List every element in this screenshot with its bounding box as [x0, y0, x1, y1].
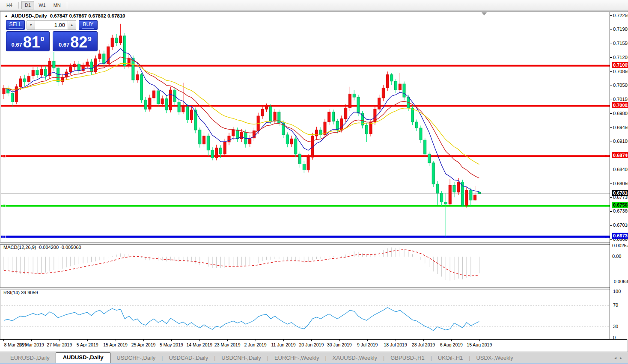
one-click-trade-panel: SELL ▼ ▲ BUY 0.67 81 0 0.67 82 9 — [6, 20, 98, 51]
timeframe-button-group: H4D1W1MN — [3, 1, 69, 9]
date-tick-mark — [396, 340, 396, 341]
date-tick-label: 11 Jun 2019 — [271, 342, 295, 347]
price-level-badge: 0.70002 — [612, 102, 628, 108]
price-level-badge: 0.68746 — [612, 152, 628, 158]
price-tick-mark — [610, 225, 612, 226]
price-tick-label: 0.71900 — [613, 27, 628, 32]
date-tick-mark — [116, 340, 116, 341]
chart-title-row: ▲ AUDUSD-,Daily 0.67847 0.67867 0.67802 … — [4, 13, 125, 18]
date-tick-mark — [311, 340, 312, 341]
symbol-tab[interactable]: USDCHF-,Daily — [110, 353, 161, 363]
sell-quote-button[interactable]: 0.67 81 0 — [6, 31, 50, 51]
symbol-collapse-icon[interactable]: ▲ — [4, 14, 8, 18]
date-tick-label: 28 Jul 2019 — [412, 342, 435, 347]
buy-button[interactable]: BUY — [79, 20, 98, 30]
price-tick-mark — [610, 44, 612, 44]
date-tick-mark — [143, 340, 144, 341]
date-tick-label: 5 May 2019 — [160, 342, 183, 347]
price-tick-label: 0.70850 — [613, 69, 628, 74]
sell-price-pip: 0 — [41, 35, 44, 42]
date-tick-label: 5 Apr 2019 — [77, 342, 98, 347]
date-tick-mark — [367, 340, 368, 341]
timeframe-button-mn[interactable]: MN — [50, 1, 64, 9]
rsi-axis-label: 30 — [613, 324, 618, 329]
price-tick-label: 0.68400 — [613, 167, 628, 172]
date-tick-label: 14 May 2019 — [186, 342, 212, 347]
rsi-axis-label: 0 — [613, 335, 616, 340]
sell-price-big: 81 — [23, 35, 40, 50]
buy-quote-button[interactable]: 0.67 82 9 — [53, 31, 98, 51]
symbol-tab[interactable]: USDCAD-,Daily — [163, 353, 214, 363]
date-tick-mark — [423, 340, 424, 341]
tab-scroll-right-icon[interactable]: ▸ — [620, 355, 625, 360]
date-tick-label: 20 Jun 2019 — [299, 342, 324, 347]
price-tick-mark — [610, 30, 612, 30]
buy-price-big: 82 — [70, 35, 87, 50]
volume-decrease-icon[interactable]: ▼ — [27, 20, 35, 30]
date-tick-mark — [60, 340, 60, 341]
macd-indicator-plot[interactable] — [1, 244, 610, 288]
chart-ohlc-values: 0.67847 0.67867 0.67802 0.67810 — [50, 13, 125, 18]
date-tick-label: 15 Apr 2019 — [103, 342, 128, 347]
price-tick-mark — [610, 142, 612, 142]
symbol-tab[interactable]: EURCHF-,Weekly — [268, 353, 325, 363]
price-axis[interactable]: 0.722500.719000.715500.712000.708500.705… — [610, 12, 628, 339]
timeframe-button-h4[interactable]: H4 — [3, 1, 16, 9]
symbol-tab[interactable]: UKOil-,H1 — [432, 353, 469, 363]
date-tick-mark — [283, 340, 284, 341]
symbol-tab[interactable]: EURUSD-,Daily — [4, 353, 56, 363]
date-tick-mark — [256, 340, 256, 341]
price-tick-label: 0.68050 — [613, 181, 628, 186]
volume-increase-icon[interactable]: ▲ — [68, 20, 76, 30]
date-tick-label: 6 Aug 2019 — [440, 342, 463, 347]
date-tick-mark — [227, 340, 228, 341]
sell-button[interactable]: SELL — [6, 20, 25, 30]
toolbar-separator — [18, 2, 19, 9]
symbol-tab[interactable]: XAUUSD-,Weekly — [327, 353, 384, 363]
date-tick-label: 2 Jun 2019 — [244, 342, 267, 347]
date-tick-label: 18 Jul 2019 — [384, 342, 407, 347]
price-level-badge: 0.67508 — [612, 202, 628, 208]
volume-input[interactable] — [35, 20, 68, 30]
price-tick-mark — [610, 170, 612, 170]
price-tick-label: 0.71200 — [613, 55, 628, 60]
timeframe-button-w1[interactable]: W1 — [35, 1, 49, 9]
macd-pane-splitter[interactable] — [0, 242, 628, 245]
price-tick-label: 0.67010 — [613, 222, 628, 228]
macd-axis-label: 0.002574 — [612, 243, 628, 248]
tab-scroll-arrows: ◂▸ — [614, 355, 625, 360]
symbol-tab[interactable]: GBPUSD-,H1 — [384, 353, 430, 363]
buy-price-pip: 9 — [88, 35, 91, 42]
date-tick-label: 23 May 2019 — [214, 342, 241, 347]
timeframe-toolbar: H4D1W1MN — [0, 0, 628, 11]
symbol-tab[interactable]: AUDUSD-,Daily — [56, 352, 111, 363]
date-tick-mark — [3, 340, 4, 341]
tab-scroll-left-icon[interactable]: ◂ — [614, 355, 620, 360]
symbol-tab-bar: EURUSD-,DailyAUDUSD-,DailyUSDCHF-,Daily|… — [0, 352, 628, 363]
price-tick-mark — [610, 86, 612, 86]
macd-label: MACD(12,26,9) -0.004200 -0.005060 — [3, 245, 81, 250]
price-tick-mark — [610, 197, 612, 198]
symbol-tab[interactable]: USDX-,Weekly — [470, 353, 519, 363]
symbol-tab[interactable]: USDCNH-,Daily — [215, 353, 267, 363]
date-tick-mark — [479, 340, 480, 341]
price-level-badge: 0.71005 — [612, 62, 628, 68]
price-tick-mark — [610, 100, 612, 100]
buy-price-prefix: 0.67 — [59, 41, 69, 48]
price-tick-mark — [610, 71, 612, 72]
date-tick-mark — [171, 340, 172, 341]
rsi-indicator-plot[interactable] — [1, 290, 610, 340]
date-tick-label: 15 Aug 2019 — [467, 342, 492, 347]
date-axis[interactable]: 8 Mar 201918 Mar 201927 Mar 20195 Apr 20… — [0, 339, 627, 352]
rsi-pane-splitter[interactable] — [0, 287, 628, 290]
price-tick-label: 0.67360 — [613, 208, 628, 213]
timeframe-button-d1[interactable]: D1 — [21, 1, 34, 9]
price-tick-label: 0.69450 — [613, 125, 628, 130]
macd-axis-label: -0.006326 — [612, 279, 628, 284]
rsi-axis-label: 70 — [613, 302, 618, 308]
macd-axis-label: 0.00 — [612, 254, 621, 259]
date-tick-label: 27 Mar 2019 — [47, 342, 72, 347]
price-tick-label: 0.71550 — [613, 41, 628, 46]
trade-panel-controls: SELL ▼ ▲ BUY — [6, 20, 98, 30]
symbol-tab-strip: EURUSD-,DailyAUDUSD-,DailyUSDCHF-,Daily|… — [4, 352, 519, 363]
